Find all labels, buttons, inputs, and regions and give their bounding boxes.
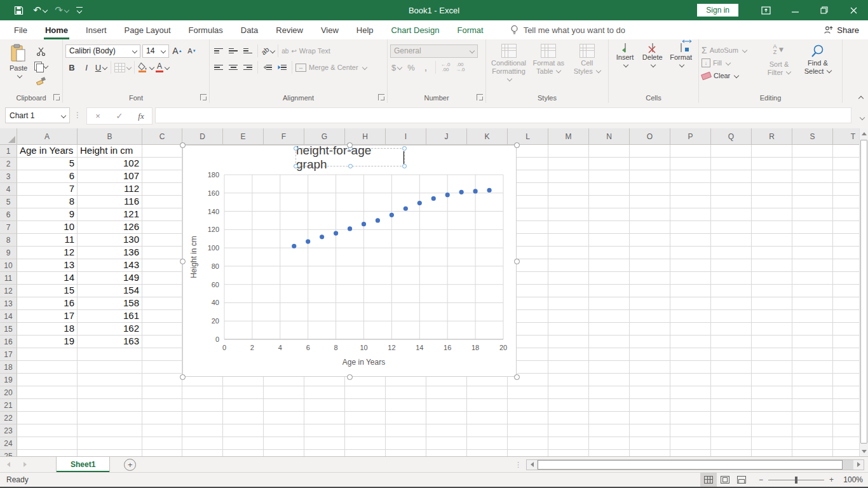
percent-style-button[interactable]: % bbox=[405, 61, 417, 74]
cell-A16[interactable]: 19 bbox=[17, 336, 78, 348]
row-header-6[interactable]: 6 bbox=[0, 208, 17, 221]
zoom-slider[interactable] bbox=[768, 480, 824, 480]
cell-E20[interactable] bbox=[223, 386, 264, 399]
cell-I25[interactable] bbox=[386, 450, 426, 456]
expand-formula-bar-button[interactable] bbox=[858, 112, 864, 123]
cell-O6[interactable] bbox=[630, 208, 670, 221]
decrease-decimal-button[interactable]: .00→.0 bbox=[454, 61, 466, 74]
cell-M25[interactable] bbox=[548, 450, 589, 456]
column-header-M[interactable]: M bbox=[548, 128, 589, 145]
title-handle[interactable] bbox=[294, 164, 298, 168]
cell-R14[interactable] bbox=[752, 310, 792, 323]
page-break-preview-button[interactable] bbox=[733, 473, 750, 487]
cell-A18[interactable] bbox=[17, 361, 78, 374]
row-header-3[interactable]: 3 bbox=[0, 170, 17, 183]
tab-format[interactable]: Format bbox=[448, 20, 492, 39]
cell-C9[interactable] bbox=[142, 247, 182, 259]
cell-L24[interactable] bbox=[508, 437, 548, 450]
italic-button[interactable]: I bbox=[80, 61, 93, 74]
cell-O23[interactable] bbox=[630, 424, 670, 437]
row-header-9[interactable]: 9 bbox=[0, 247, 17, 259]
cell-M15[interactable] bbox=[548, 323, 589, 336]
cell-A3[interactable]: 6 bbox=[17, 170, 78, 183]
cell-C19[interactable] bbox=[142, 374, 182, 386]
cell-L23[interactable] bbox=[508, 424, 548, 437]
format-painter-button[interactable] bbox=[34, 74, 48, 87]
cell-N10[interactable] bbox=[589, 259, 630, 272]
comma-style-button[interactable]: , bbox=[419, 61, 432, 74]
cell-O19[interactable] bbox=[630, 374, 670, 386]
cell-K25[interactable] bbox=[467, 450, 508, 456]
cell-C3[interactable] bbox=[142, 170, 182, 183]
cancel-button[interactable]: × bbox=[87, 111, 109, 121]
column-header-Q[interactable]: Q bbox=[711, 128, 752, 145]
row-header-24[interactable]: 24 bbox=[0, 437, 17, 450]
scroll-left-button[interactable] bbox=[527, 460, 537, 470]
conditional-formatting-button[interactable]: ConditionalFormatting bbox=[489, 43, 529, 93]
cell-N9[interactable] bbox=[589, 247, 630, 259]
row-header-15[interactable]: 15 bbox=[0, 323, 17, 336]
cell-A5[interactable]: 8 bbox=[17, 196, 78, 208]
font-dialog-launcher[interactable] bbox=[200, 94, 207, 100]
scroll-down-button[interactable] bbox=[860, 446, 868, 456]
top-align-button[interactable] bbox=[212, 44, 225, 58]
cell-A23[interactable] bbox=[17, 424, 78, 437]
cell-B1[interactable]: Height in cm bbox=[78, 145, 142, 158]
cell-T4[interactable] bbox=[833, 183, 859, 196]
cell-B22[interactable] bbox=[78, 412, 142, 424]
cell-G25[interactable] bbox=[304, 450, 345, 456]
format-cells-button[interactable]: Format bbox=[666, 43, 696, 93]
column-header-R[interactable]: R bbox=[752, 128, 792, 145]
cell-I23[interactable] bbox=[386, 424, 426, 437]
cell-N3[interactable] bbox=[589, 170, 630, 183]
cell-T7[interactable] bbox=[833, 221, 859, 234]
font-size-select[interactable]: 14 bbox=[142, 44, 169, 58]
page-layout-view-button[interactable] bbox=[717, 473, 733, 487]
cell-S6[interactable] bbox=[792, 208, 833, 221]
undo-button[interactable]: ↶ bbox=[29, 0, 51, 20]
cell-R24[interactable] bbox=[752, 437, 792, 450]
cell-B8[interactable]: 130 bbox=[78, 234, 142, 247]
cell-S12[interactable] bbox=[792, 285, 833, 297]
cell-B13[interactable]: 158 bbox=[78, 297, 142, 310]
cell-P7[interactable] bbox=[670, 221, 711, 234]
number-dialog-launcher[interactable] bbox=[477, 94, 483, 100]
cell-N7[interactable] bbox=[589, 221, 630, 234]
cell-N20[interactable] bbox=[589, 386, 630, 399]
column-header-P[interactable]: P bbox=[670, 128, 711, 145]
cell-R12[interactable] bbox=[752, 285, 792, 297]
cell-R20[interactable] bbox=[752, 386, 792, 399]
cell-T13[interactable] bbox=[833, 297, 859, 310]
chart-title-box[interactable]: height-for-age graph bbox=[295, 148, 405, 166]
cell-A7[interactable]: 10 bbox=[17, 221, 78, 234]
column-header-C[interactable]: C bbox=[142, 128, 182, 145]
cell-Q5[interactable] bbox=[711, 196, 752, 208]
cell-R2[interactable] bbox=[752, 158, 792, 170]
cell-B9[interactable]: 136 bbox=[78, 247, 142, 259]
cell-B17[interactable] bbox=[78, 348, 142, 361]
cell-T22[interactable] bbox=[833, 412, 859, 424]
bottom-align-button[interactable] bbox=[241, 44, 254, 58]
cell-B18[interactable] bbox=[78, 361, 142, 374]
cell-S14[interactable] bbox=[792, 310, 833, 323]
cell-R16[interactable] bbox=[752, 336, 792, 348]
cell-T12[interactable] bbox=[833, 285, 859, 297]
cell-S8[interactable] bbox=[792, 234, 833, 247]
enter-button[interactable]: ✓ bbox=[109, 111, 130, 121]
cell-Q11[interactable] bbox=[711, 272, 752, 285]
cell-I20[interactable] bbox=[386, 386, 426, 399]
tell-me-box[interactable]: Tell me what you want to do bbox=[510, 25, 625, 35]
row-header-12[interactable]: 12 bbox=[0, 285, 17, 297]
cell-M10[interactable] bbox=[548, 259, 589, 272]
cell-C20[interactable] bbox=[142, 386, 182, 399]
cell-R23[interactable] bbox=[752, 424, 792, 437]
cell-Q1[interactable] bbox=[711, 145, 752, 158]
cell-T1[interactable] bbox=[833, 145, 859, 158]
cell-S2[interactable] bbox=[792, 158, 833, 170]
cell-N15[interactable] bbox=[589, 323, 630, 336]
share-button[interactable]: Share bbox=[824, 25, 859, 35]
cell-S21[interactable] bbox=[792, 399, 833, 412]
cell-E21[interactable] bbox=[223, 399, 264, 412]
row-header-10[interactable]: 10 bbox=[0, 259, 17, 272]
cell-T17[interactable] bbox=[833, 348, 859, 361]
